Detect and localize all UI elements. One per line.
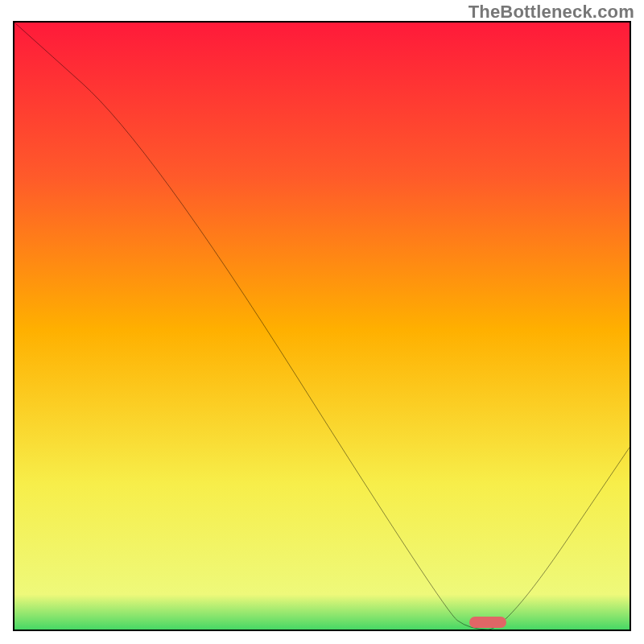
watermark-text: TheBottleneck.com xyxy=(469,2,634,23)
optimal-marker xyxy=(469,617,506,628)
bottleneck-curve xyxy=(14,23,630,630)
chart-container: TheBottleneck.com xyxy=(0,0,644,644)
plot-area xyxy=(13,21,631,631)
